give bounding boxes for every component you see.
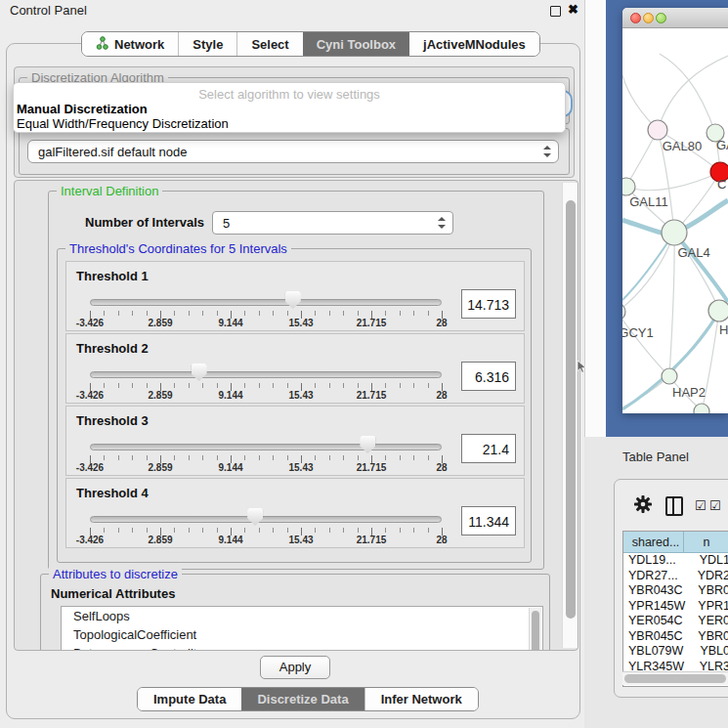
threshold-2-value-field[interactable]: 6.316 (461, 362, 516, 391)
split-panel-icon[interactable] (665, 496, 683, 516)
close-traffic-light-icon[interactable] (630, 13, 641, 23)
cell-shared-name[interactable]: YER054C (623, 614, 694, 629)
thresholds-group: Threshold's Coordinates for 5 Intervals … (57, 248, 532, 563)
table-row[interactable]: YER054CYER0 (623, 614, 728, 629)
attributes-group: Attributes to discretize Numerical Attri… (40, 574, 550, 651)
interval-definition-group: Interval Definition Number of Intervals … (48, 191, 544, 570)
threshold-4-slider-track[interactable] (90, 516, 442, 523)
table-body: YDL19...YDL1YDR27...YDR2YBR043CYBR0YPR14… (623, 553, 728, 687)
network-canvas[interactable]: GAL80 GA C GAL11 GAL4 GCY1 H HAP2 (622, 28, 728, 413)
network-graph-icon (96, 36, 108, 53)
node-label: GAL11 (629, 194, 668, 209)
column-header-shared-name[interactable]: shared... (623, 532, 684, 553)
cell-shared-name[interactable]: YBR045C (623, 629, 694, 645)
tab-network-label: Network (114, 37, 164, 52)
table-data-value: galFiltered.sif default node (38, 145, 187, 159)
bottom-tab-bar: Impute Data Discretize Data Infer Networ… (137, 687, 479, 711)
tab-style[interactable]: Style (178, 32, 236, 56)
cell-name[interactable]: YPR1 (694, 599, 728, 615)
popup-option-manual-discretization[interactable]: Manual Discretization (17, 102, 148, 116)
number-of-intervals-value: 5 (223, 216, 230, 231)
table-panel-area: Table Panel (584, 437, 728, 728)
table-row[interactable]: YDR27...YDR2 (623, 569, 728, 584)
cell-name[interactable]: YBR0 (694, 629, 728, 645)
minimize-traffic-light-icon[interactable] (643, 13, 654, 23)
threshold-3-value-field[interactable]: 21.4 (461, 434, 516, 463)
checkbox-icon[interactable]: ☑ (709, 498, 721, 513)
attributes-scrollbar[interactable] (529, 608, 541, 651)
cell-shared-name[interactable]: YBR043C (623, 583, 694, 599)
cell-shared-name[interactable]: YBL079W (623, 644, 696, 660)
threshold-1-slider-track[interactable] (90, 299, 442, 306)
control-panel-titlebar: Control Panel ✖ (0, 0, 584, 21)
popup-option-equal-width[interactable]: Equal Width/Frequency Discretization (17, 116, 229, 131)
table-row[interactable]: YBL079WYBL0 (623, 644, 728, 660)
column-header-name[interactable]: n (684, 532, 728, 553)
gear-icon[interactable] (634, 495, 652, 513)
node-right-mid[interactable] (708, 300, 728, 321)
attributes-legend: Attributes to discretize (49, 567, 182, 581)
node-gal80[interactable] (648, 120, 667, 140)
cell-name[interactable]: YER0 (694, 614, 728, 629)
cell-name[interactable]: YBL0 (696, 644, 728, 660)
node-label: GCY1 (622, 325, 654, 340)
table-row[interactable]: YPR145WYPR1 (623, 599, 728, 615)
tab-cyni-toolbox[interactable]: Cyni Toolbox (303, 32, 409, 56)
table-row[interactable]: YDL19...YDL1 (623, 553, 728, 569)
list-item[interactable]: TopologicalCoefficient (62, 625, 542, 644)
number-of-intervals-spinner[interactable]: 5 (212, 211, 453, 235)
numerical-attributes-list[interactable]: SelfLoops TopologicalCoefficient Between… (61, 606, 543, 651)
tab-impute-data[interactable]: Impute Data (138, 688, 241, 710)
interval-definition-legend: Interval Definition (57, 184, 162, 198)
close-icon[interactable]: ✖ (568, 2, 578, 17)
threshold-4-value-field[interactable]: 11.344 (461, 506, 516, 535)
threshold-2-slider-thumb[interactable] (192, 364, 207, 381)
tab-discretize-data[interactable]: Discretize Data (241, 688, 364, 710)
list-item[interactable]: SelfLoops (62, 607, 542, 625)
cell-shared-name[interactable]: YDL19... (623, 553, 696, 569)
cell-shared-name[interactable]: YPR145W (623, 599, 694, 615)
list-item[interactable]: BetweennessCentrality (62, 644, 542, 651)
cell-name[interactable]: YDL1 (696, 553, 728, 569)
tab-infer-network[interactable]: Infer Network (364, 688, 478, 710)
threshold-4-slider-thumb[interactable] (247, 508, 263, 526)
threshold-2-slider-track[interactable] (90, 371, 442, 378)
cell-shared-name[interactable]: YDR27... (623, 569, 694, 584)
node-gal11[interactable] (622, 178, 635, 195)
network-graph: GAL80 GA C GAL11 GAL4 GCY1 H HAP2 (622, 28, 728, 413)
zoom-traffic-light-icon[interactable] (656, 13, 666, 23)
table-data-combobox[interactable]: galFiltered.sif default node (27, 140, 559, 163)
node-attribute-table[interactable]: shared... n YDL19...YDL1YDR27...YDR2YBR0… (622, 531, 728, 687)
mouse-cursor (578, 361, 587, 373)
apply-button[interactable]: Apply (260, 656, 330, 679)
node-label: H (719, 322, 728, 337)
top-tab-bar: Network Style Select Cyni Toolbox jActiv… (81, 31, 540, 57)
float-window-icon[interactable] (550, 6, 561, 17)
threshold-3-slider-thumb[interactable] (360, 436, 375, 453)
node-bottom[interactable] (694, 404, 709, 413)
table-header-row: shared... n (623, 532, 728, 553)
table-row[interactable]: YBR043CYBR0 (623, 583, 728, 599)
node-gal4[interactable] (662, 220, 687, 245)
cell-name[interactable]: YBR0 (694, 583, 728, 599)
tab-network[interactable]: Network (82, 32, 178, 56)
settings-scrollbar[interactable] (562, 183, 578, 648)
threshold-2-panel: Threshold 2 -3.426 2.859 9.144 15.43 21.… (65, 333, 525, 404)
thresholds-legend: Threshold's Coordinates for 5 Intervals (65, 241, 291, 256)
tab-jactivemnodules[interactable]: jActiveMNodules (409, 32, 539, 56)
settings-scroll-box: Interval Definition Number of Intervals … (14, 180, 578, 651)
threshold-3-slider-track[interactable] (90, 444, 442, 450)
threshold-1-value-field[interactable]: 14.713 (461, 289, 516, 319)
popup-hint: Select algorithm to view settings (14, 87, 565, 102)
numerical-attributes-label: Numerical Attributes (51, 586, 175, 601)
table-panel-title: Table Panel (622, 450, 689, 464)
table-row[interactable]: YBR045CYBR0 (623, 629, 728, 645)
combo-arrows-icon (543, 146, 551, 157)
cell-name[interactable]: YDR2 (694, 569, 728, 584)
node-hap2[interactable] (662, 368, 677, 384)
tab-select[interactable]: Select (236, 32, 302, 56)
table-horizontal-scrollbar[interactable] (622, 671, 728, 685)
threshold-1-panel: Threshold 1 -3.426 2.859 9.144 15.43 21.… (65, 261, 525, 331)
checkbox-icon[interactable]: ☑ (695, 498, 707, 513)
threshold-1-slider-thumb[interactable] (285, 291, 301, 309)
